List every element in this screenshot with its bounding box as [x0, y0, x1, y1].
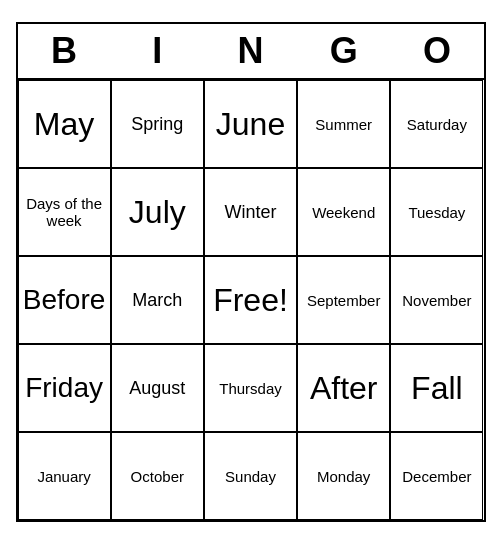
bingo-cell: Days of the week [18, 168, 111, 256]
bingo-cell: Saturday [390, 80, 483, 168]
bingo-header: BINGO [18, 24, 484, 80]
bingo-cell: January [18, 432, 111, 520]
bingo-cell: October [111, 432, 204, 520]
bingo-header-cell: B [18, 24, 111, 78]
bingo-cell: November [390, 256, 483, 344]
bingo-header-cell: N [204, 24, 297, 78]
bingo-cell: August [111, 344, 204, 432]
bingo-header-cell: I [111, 24, 204, 78]
bingo-cell: December [390, 432, 483, 520]
bingo-cell: Weekend [297, 168, 390, 256]
bingo-cell: March [111, 256, 204, 344]
bingo-cell: June [204, 80, 297, 168]
bingo-card: BINGO MaySpringJuneSummerSaturdayDays of… [16, 22, 486, 522]
bingo-cell: Sunday [204, 432, 297, 520]
bingo-header-cell: G [297, 24, 390, 78]
bingo-cell: Tuesday [390, 168, 483, 256]
bingo-cell: May [18, 80, 111, 168]
bingo-cell: Monday [297, 432, 390, 520]
bingo-cell: September [297, 256, 390, 344]
bingo-cell: Free! [204, 256, 297, 344]
bingo-cell: Spring [111, 80, 204, 168]
bingo-grid: MaySpringJuneSummerSaturdayDays of the w… [18, 80, 484, 520]
bingo-header-cell: O [390, 24, 483, 78]
bingo-cell: Before [18, 256, 111, 344]
bingo-cell: July [111, 168, 204, 256]
bingo-cell: Friday [18, 344, 111, 432]
bingo-cell: Thursday [204, 344, 297, 432]
bingo-cell: Fall [390, 344, 483, 432]
bingo-cell: Winter [204, 168, 297, 256]
bingo-cell: After [297, 344, 390, 432]
bingo-cell: Summer [297, 80, 390, 168]
